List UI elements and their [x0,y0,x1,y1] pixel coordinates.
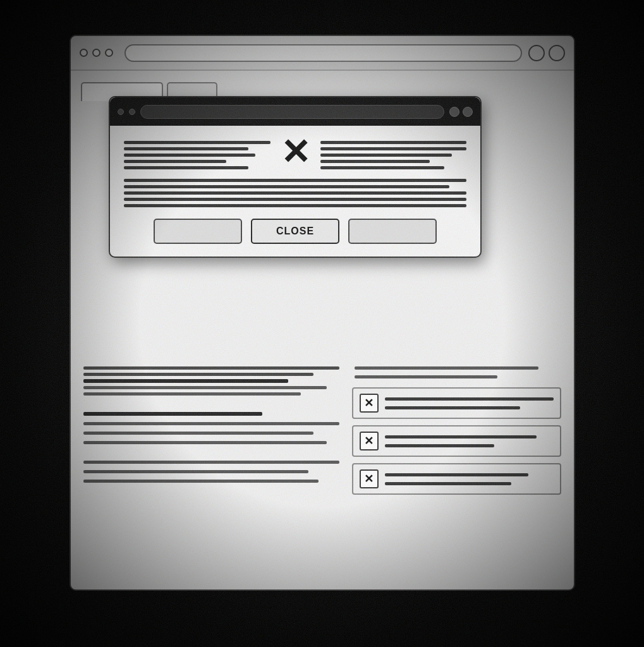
modal-traffic-dot-2 [129,109,135,115]
modal-button-right[interactable] [348,219,437,244]
text-line [124,166,248,169]
text-line [124,191,466,195]
outer-browser-window: ✕ [70,35,575,591]
url-bar[interactable] [125,44,522,62]
modal-left-text [124,138,270,169]
text-line [124,185,449,188]
page-text-line [83,366,339,370]
text-line [124,198,466,201]
page-text-line [83,392,301,396]
nav-buttons [528,45,565,61]
modal-button-left[interactable] [154,219,242,244]
scene: ✕ [0,0,644,647]
modal-nav-buttons [449,107,473,117]
text-line [320,160,430,163]
page-text-line [83,373,313,376]
nav-circle-1 [528,45,545,61]
modal-body-lines [124,179,466,207]
text-line [124,154,255,157]
traffic-dot-1 [80,49,88,57]
modal-right-text [320,138,467,169]
modal-buttons-row: CLOSE [124,219,466,244]
traffic-lights [80,49,113,57]
text-line [124,147,248,150]
traffic-dot-2 [92,49,100,57]
text-line [124,204,466,207]
modal-body: ✕ [110,126,480,257]
text-line [320,154,452,157]
modal-close-button[interactable]: CLOSE [251,219,339,244]
modal-close-x-icon[interactable]: ✕ [281,135,310,170]
page-text-line [83,379,288,383]
modal-url-bar[interactable] [140,105,444,119]
modal-nav-dot-2 [463,107,473,117]
modal-dialog: ✕ [109,96,482,258]
modal-titlebar [110,97,480,126]
text-line [320,141,467,144]
page-text-line [83,386,327,389]
nav-circle-2 [549,45,565,61]
traffic-dot-3 [105,49,113,57]
modal-close-button-label: CLOSE [276,226,314,237]
text-line [320,166,445,169]
outer-browser-content: ✕ [71,71,574,506]
text-line [124,141,270,144]
modal-traffic-dot-1 [118,109,124,115]
modal-content-top-row: ✕ [124,138,466,170]
text-line [320,147,467,150]
modal-overlay: ✕ [71,71,574,506]
text-line [124,179,466,182]
outer-titlebar [71,36,574,71]
text-line [124,160,226,163]
modal-nav-dot-1 [449,107,459,117]
